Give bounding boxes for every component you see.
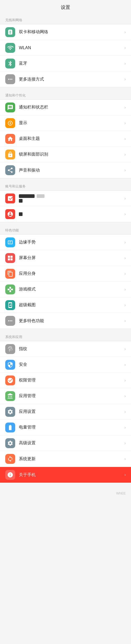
watermark-area: WhEE: [0, 483, 131, 504]
section-features: 特色功能 边缘手势 › 屏幕分屏 › 应用分身 ›: [0, 225, 131, 329]
more-conn-label: 更多连接方式: [19, 77, 124, 82]
menu-item-appmanage[interactable]: 应用管理 ›: [0, 388, 131, 404]
desktop-label: 桌面和主题: [19, 136, 124, 141]
section-header-personalize: 通知和个性化: [0, 90, 131, 99]
sound-icon: [5, 165, 15, 175]
notif-icon: [5, 102, 15, 112]
sim-icon: [5, 27, 15, 37]
menu-item-about[interactable]: 关于手机 ›: [0, 467, 131, 483]
section-body-features: 边缘手势 › 屏幕分屏 › 应用分身 › 游戏模式 ›: [0, 234, 131, 329]
menu-item-game[interactable]: 游戏模式 ›: [0, 282, 131, 297]
battery-chevron: ›: [124, 425, 126, 430]
account1-chevron: ›: [124, 196, 126, 201]
menu-item-wlan[interactable]: WLAN ›: [0, 40, 131, 56]
clone-icon: [5, 269, 15, 279]
account2-chevron: ›: [124, 212, 126, 216]
account1-tag-blur: [37, 194, 45, 198]
clone-label: 应用分身: [19, 271, 124, 276]
more-feat-label: 更多特色功能: [19, 318, 124, 324]
fingerprint-label: 指纹: [19, 346, 124, 352]
menu-item-more-feat[interactable]: 更多特色功能 ›: [0, 313, 131, 329]
section-system: 系统和应用 指纹 › 安全 › 权限管理 ›: [0, 332, 131, 467]
section-personalize: 通知和个性化 通知栏和状态栏 › 显示 › 桌面和主题 ›: [0, 90, 131, 178]
section-account: 账号和云服务 ›: [0, 181, 131, 222]
account1-icon: [5, 193, 15, 203]
permission-chevron: ›: [124, 378, 126, 383]
game-label: 游戏模式: [19, 287, 124, 292]
gap-2: [0, 178, 131, 181]
account1-name-blur: [19, 194, 35, 198]
sound-chevron: ›: [124, 168, 126, 173]
splitscreen-label: 屏幕分屏: [19, 255, 124, 261]
wifi-icon: [5, 43, 15, 53]
more-conn-chevron: ›: [124, 77, 126, 82]
split-icon: [5, 253, 15, 263]
account2-detail-blur: [19, 212, 23, 216]
menu-item-account2[interactable]: ›: [0, 206, 131, 222]
menu-item-update[interactable]: 系统更新 ›: [0, 451, 131, 467]
menu-item-more-conn[interactable]: 更多连接方式 ›: [0, 71, 131, 87]
menu-item-display[interactable]: 显示 ›: [0, 115, 131, 131]
about-chevron: ›: [124, 472, 126, 477]
menu-item-desktop[interactable]: 桌面和主题 ›: [0, 131, 131, 147]
section-header-features: 特色功能: [0, 225, 131, 234]
menu-item-fingerprint[interactable]: 指纹 ›: [0, 341, 131, 357]
edge-icon: [5, 237, 15, 247]
finger-icon: [5, 344, 15, 354]
game-chevron: ›: [124, 287, 126, 292]
section-header-system: 系统和应用: [0, 332, 131, 341]
menu-item-battery[interactable]: 电量管理 ›: [0, 420, 131, 435]
menu-item-bluetooth[interactable]: 蓝牙 ›: [0, 56, 131, 71]
section-body-system: 指纹 › 安全 › 权限管理 › 应用管理 ›: [0, 341, 131, 467]
battery-label: 电量管理: [19, 425, 124, 430]
menu-item-clone[interactable]: 应用分身 ›: [0, 266, 131, 282]
menu-item-appsetting[interactable]: 应用设置 ›: [0, 404, 131, 420]
menu-item-lock[interactable]: 锁屏和面部识别 ›: [0, 147, 131, 162]
section-about: 关于手机 ›: [0, 467, 131, 483]
menu-item-edge[interactable]: 边缘手势 ›: [0, 235, 131, 250]
notification-chevron: ›: [124, 105, 126, 110]
screenshot-chevron: ›: [124, 303, 126, 307]
page-title: 设置: [0, 0, 131, 15]
section-network: 无线和网络 双卡和移动网络 › WLAN › 蓝牙 ›: [0, 15, 131, 87]
appmanage-label: 应用管理: [19, 393, 124, 399]
watermark-text: WhEE: [116, 491, 126, 495]
update-icon: [5, 454, 15, 464]
clone-chevron: ›: [124, 271, 126, 276]
appsetting-chevron: ›: [124, 409, 126, 414]
edge-label: 边缘手势: [19, 240, 124, 245]
section-header-network: 无线和网络: [0, 15, 131, 24]
advanced-chevron: ›: [124, 441, 126, 446]
more-feat-chevron: ›: [124, 318, 126, 323]
section-header-account: 账号和云服务: [0, 181, 131, 190]
menu-item-security[interactable]: 安全 ›: [0, 357, 131, 373]
section-body-personalize: 通知栏和状态栏 › 显示 › 桌面和主题 › 锁屏和面部识别 ›: [0, 99, 131, 178]
menu-item-notification[interactable]: 通知栏和状态栏 ›: [0, 100, 131, 115]
security-chevron: ›: [124, 362, 126, 367]
lock-chevron: ›: [124, 152, 126, 157]
bluetooth-chevron: ›: [124, 61, 126, 66]
appsetting-label: 应用设置: [19, 409, 124, 414]
lock-icon: [5, 150, 15, 159]
menu-item-screenshot[interactable]: 超级截图 ›: [0, 297, 131, 313]
menu-item-advanced[interactable]: 高级设置 ›: [0, 435, 131, 451]
appman-icon: [5, 391, 15, 401]
fingerprint-chevron: ›: [124, 347, 126, 351]
more-conn-icon: [5, 74, 15, 84]
gap-3: [0, 222, 131, 225]
notification-label: 通知栏和状态栏: [19, 105, 124, 110]
menu-item-account1[interactable]: ›: [0, 191, 131, 206]
bluetooth-label: 蓝牙: [19, 61, 124, 66]
menu-item-permission[interactable]: 权限管理 ›: [0, 373, 131, 388]
gap-4: [0, 329, 131, 332]
menu-item-sim[interactable]: 双卡和移动网络 ›: [0, 24, 131, 40]
advanced-icon: [5, 438, 15, 448]
lock-label: 锁屏和面部识别: [19, 152, 124, 157]
desktop-chevron: ›: [124, 136, 126, 141]
wlan-chevron: ›: [124, 45, 126, 50]
advanced-label: 高级设置: [19, 440, 124, 446]
menu-item-sound[interactable]: 声音和振动 ›: [0, 162, 131, 178]
menu-item-splitscreen[interactable]: 屏幕分屏 ›: [0, 250, 131, 266]
game-icon: [5, 284, 15, 294]
screenshot-label: 超级截图: [19, 302, 124, 308]
